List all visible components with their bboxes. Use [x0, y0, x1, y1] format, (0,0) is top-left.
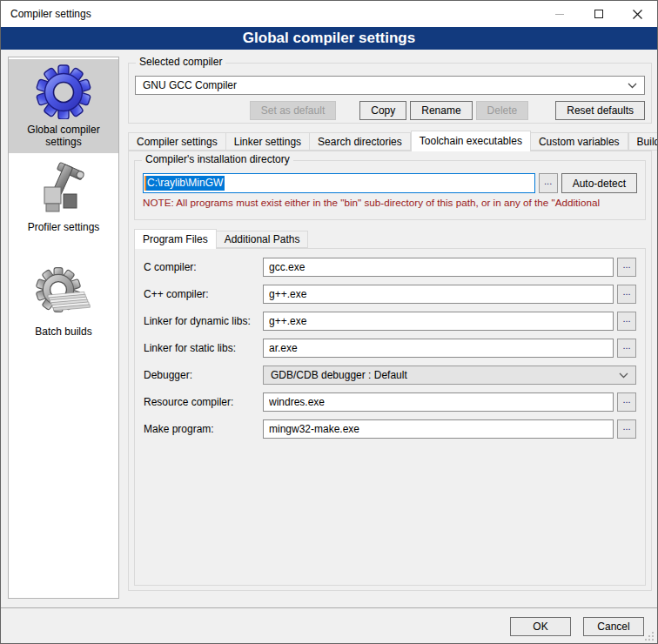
set-as-default-button[interactable]: Set as default — [250, 101, 336, 120]
dialog-body: Global compiler settings — [1, 50, 657, 643]
bin-subdirectory-note: NOTE: All programs must exist either in … — [143, 197, 643, 208]
resource-compiler-input[interactable] — [263, 392, 614, 412]
compiler-button-row: Set as default Copy Rename Delete Reset … — [135, 101, 645, 120]
dynamic-linker-input[interactable] — [263, 312, 614, 331]
sidebar-item-label: Batch builds — [10, 325, 117, 338]
maximize-icon — [594, 10, 603, 18]
tab-custom-variables[interactable]: Custom variables — [531, 132, 628, 151]
blue-gear-icon — [36, 64, 91, 119]
browse-c-compiler-button[interactable]: ... — [617, 258, 636, 277]
tab-compiler-settings[interactable]: Compiler settings — [128, 132, 226, 151]
tab-clip-region: Build options — [628, 130, 658, 151]
make-program-input[interactable] — [263, 419, 614, 439]
maximize-button[interactable] — [579, 1, 618, 27]
debugger-dropdown[interactable]: GDB/CDB debugger : Default — [263, 366, 636, 385]
c-compiler-input[interactable] — [263, 258, 614, 277]
field-label: C++ compiler: — [144, 288, 263, 300]
window-title: Compiler settings — [1, 8, 540, 20]
installation-directory-row: C:\raylib\MinGW ... Auto-detect — [143, 173, 637, 193]
tab-search-directories[interactable]: Search directories — [310, 132, 411, 151]
rename-button[interactable]: Rename — [410, 101, 472, 120]
chevron-down-icon — [619, 372, 628, 379]
delete-button[interactable]: Delete — [476, 101, 529, 120]
selected-compiler-value: GNU GCC Compiler — [143, 79, 628, 91]
gray-gear-sheets-icon — [36, 265, 91, 321]
form-row-dynamic-linker: Linker for dynamic libs: ... — [144, 312, 636, 331]
auto-detect-button[interactable]: Auto-detect — [561, 173, 637, 193]
sidebar: Global compiler settings — [8, 57, 119, 599]
page-title: Global compiler settings — [1, 27, 657, 50]
chevron-down-icon — [628, 83, 637, 89]
reset-defaults-button[interactable]: Reset defaults — [555, 101, 645, 120]
form-row-c-compiler: C compiler: ... — [144, 258, 636, 277]
form-row-debugger: Debugger: GDB/CDB debugger : Default — [144, 366, 636, 385]
form-row-resource-compiler: Resource compiler: ... — [144, 392, 636, 412]
sidebar-item-label: Profiler settings — [10, 221, 117, 233]
form-row-static-linker: Linker for static libs: ... — [144, 339, 636, 358]
resize-grip-icon[interactable] — [652, 639, 654, 641]
minimize-icon — [555, 14, 564, 15]
installation-directory-input[interactable]: C:\raylib\MinGW — [143, 173, 535, 193]
form-row-cpp-compiler: C++ compiler: ... — [144, 285, 636, 304]
browse-dynamic-linker-button[interactable]: ... — [617, 312, 636, 331]
field-label: Linker for dynamic libs: — [144, 315, 263, 327]
main-panel: Selected compiler GNU GCC Compiler Set a… — [128, 57, 652, 591]
cpp-compiler-input[interactable] — [263, 285, 614, 304]
compiler-settings-dialog: Compiler settings Global compiler settin… — [0, 0, 658, 644]
sidebar-item-batch-builds[interactable]: Batch builds — [9, 261, 118, 343]
browse-static-linker-button[interactable]: ... — [617, 339, 636, 358]
minimize-button[interactable] — [540, 1, 579, 27]
tab-build-options[interactable]: Build options — [628, 132, 658, 151]
ok-button[interactable]: OK — [510, 617, 571, 636]
subtab-additional-paths[interactable]: Additional Paths — [217, 231, 309, 248]
installation-directory-group: Compiler's installation directory C:\ray… — [134, 160, 646, 220]
field-label: Make program: — [144, 423, 263, 435]
footer-divider — [1, 607, 657, 608]
title-bar: Compiler settings — [1, 1, 657, 27]
selected-path-text: C:\raylib\MinGW — [146, 176, 225, 191]
browse-make-program-button[interactable]: ... — [617, 419, 636, 439]
installation-directory-group-label: Compiler's installation directory — [142, 153, 293, 165]
tab-toolchain-executables[interactable]: Toolchain executables — [411, 131, 531, 151]
close-button[interactable] — [618, 1, 657, 27]
sidebar-item-profiler-settings[interactable]: Profiler settings — [9, 157, 118, 238]
field-label: Linker for static libs: — [144, 342, 263, 354]
browse-directory-button[interactable]: ... — [539, 173, 558, 193]
debugger-value: GDB/CDB debugger : Default — [271, 369, 619, 381]
subtab-program-files[interactable]: Program Files — [134, 229, 217, 249]
browse-resource-compiler-button[interactable]: ... — [617, 392, 636, 412]
toolchain-executables-page: Compiler's installation directory C:\ray… — [128, 151, 652, 591]
field-label: Debugger: — [144, 369, 263, 381]
close-icon — [633, 10, 642, 19]
static-linker-input[interactable] — [263, 339, 614, 358]
form-row-make-program: Make program: ... — [144, 419, 636, 439]
selected-compiler-group-label: Selected compiler — [136, 56, 225, 68]
browse-cpp-compiler-button[interactable]: ... — [617, 285, 636, 304]
copy-button[interactable]: Copy — [359, 101, 406, 120]
sidebar-item-label: Global compiler settings — [10, 124, 117, 148]
field-label: C compiler: — [144, 261, 263, 273]
program-files-page: C compiler: ... C++ compiler: ... Linker… — [134, 248, 646, 586]
sub-tab-strip: Program Files Additional Paths — [134, 228, 646, 248]
tab-linker-settings[interactable]: Linker settings — [226, 132, 310, 151]
selected-compiler-dropdown[interactable]: GNU GCC Compiler — [135, 76, 645, 95]
selected-compiler-group: Selected compiler GNU GCC Compiler Set a… — [128, 63, 652, 124]
field-label: Resource compiler: — [144, 396, 263, 408]
caliper-blocks-icon — [36, 161, 91, 217]
sidebar-item-global-compiler-settings[interactable]: Global compiler settings — [9, 59, 118, 153]
tab-strip: Compiler settings Linker settings Search… — [128, 130, 652, 151]
cancel-button[interactable]: Cancel — [583, 617, 644, 636]
